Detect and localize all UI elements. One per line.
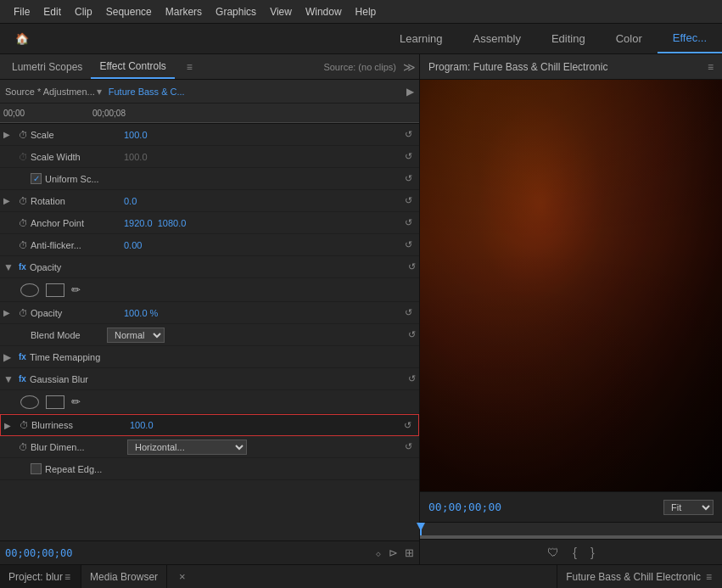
program-menu-icon[interactable]: ≡ [708,61,714,73]
menu-sequence[interactable]: Sequence [99,6,159,18]
rectangle-tool[interactable] [46,283,64,297]
clip-name[interactable]: Future Bass & C... [109,87,185,97]
rotation-expand[interactable]: ▶ [3,196,15,205]
anchor-reset[interactable]: ↺ [400,217,416,228]
scale-width-stopwatch[interactable]: ⏱ [15,152,31,162]
rotation-row: ▶ ⏱ Rotation 0.0 ↺ [0,190,419,212]
fit-select[interactable]: Fit 25% 50% 75% 100% [663,500,714,515]
tab-assembly[interactable]: Assembly [458,24,536,53]
shield-icon[interactable]: 🛡 [547,546,559,559]
blurriness-stopwatch[interactable]: ⏱ [16,420,31,430]
filter-icon[interactable]: ⬦ [375,546,382,559]
trim-out-icon[interactable]: } [590,546,595,559]
source-dropdown-icon[interactable]: ▾ [97,86,102,98]
panel-menu-icon[interactable]: ≡ [178,54,201,79]
tab-effects[interactable]: Effec... [658,24,722,53]
gaussian-ellipse-tool[interactable] [20,395,39,409]
tab-color[interactable]: Color [601,24,658,53]
blurriness-reset[interactable]: ↺ [400,420,415,431]
repeat-edge-expand[interactable]: ▶ [3,464,15,473]
close-panel-icon[interactable]: × [174,570,191,583]
anchor-value1[interactable]: 1920.0 [124,218,153,228]
trim-in-icon[interactable]: { [573,546,577,559]
home-button[interactable]: 🏠 [0,24,44,53]
blur-dimen-row: ▶ ⏱ Blur Dimen... Horizontal... Vertical… [0,436,419,458]
opacity-expand[interactable]: ▼ [3,261,15,273]
rotation-reset[interactable]: ↺ [400,195,416,206]
blurriness-row: ▶ ⏱ Blurriness 100.0 ↺ [0,414,419,436]
blur-dimen-stopwatch[interactable]: ⏱ [15,442,31,452]
scale-width-value[interactable]: 100.0 [124,152,148,162]
timeline-bar [420,535,722,539]
rotation-stopwatch[interactable]: ⏱ [15,196,31,206]
project-menu-icon[interactable]: ≡ [64,571,70,583]
time-start: 00;00 [3,109,25,118]
opacity-section-reset[interactable]: ↺ [408,261,416,272]
menu-markers[interactable]: Markers [159,6,209,18]
rotation-value[interactable]: 0.0 [124,196,137,206]
scale-expand[interactable]: ▶ [3,130,15,139]
menu-view[interactable]: View [263,6,299,18]
uniform-scale-checkbox[interactable] [31,173,42,184]
play-button[interactable]: ▶ [406,86,414,98]
media-browser-tab[interactable]: Media Browser [81,565,167,588]
blur-dimen-expand[interactable]: ▶ [3,442,15,451]
blur-dimen-label: Blur Dimen... [31,442,124,452]
program-timeline[interactable] [420,522,722,539]
anti-flicker-value[interactable]: 0.00 [124,240,142,250]
anchor-value2[interactable]: 1080.0 [158,218,187,228]
uniform-scale-reset[interactable]: ↺ [400,173,416,184]
blurriness-expand[interactable]: ▶ [4,421,16,430]
blur-dimen-select[interactable]: Horizontal... Vertical Horizontal and Ve… [127,440,247,455]
menu-clip[interactable]: Clip [68,6,99,18]
opacity-value-row: ▶ ⏱ Opacity 100.0 % ↺ [0,302,419,324]
main-content: Lumetri Scopes Effect Controls ≡ Source:… [0,54,722,564]
opacity-val-expand[interactable]: ▶ [3,308,15,317]
blurriness-value[interactable]: 100.0 [130,420,154,430]
gaussian-blur-reset[interactable]: ↺ [408,373,416,384]
menu-help[interactable]: Help [349,6,383,18]
ellipse-tool[interactable] [20,283,39,297]
opacity-reset[interactable]: ↺ [400,307,416,318]
gaussian-pen-tool[interactable]: ✏ [71,395,81,408]
sequence-menu-icon[interactable]: ≡ [706,571,712,583]
tab-learning[interactable]: Learning [384,24,458,53]
time-remapping-expand[interactable]: ▶ [3,351,15,363]
scale-stopwatch[interactable]: ⏱ [15,130,31,140]
opacity-value[interactable]: 100.0 % [124,308,158,318]
step-icon[interactable]: ⊳ [389,546,398,559]
fx-badge-time: fx [19,352,26,361]
blur-dimen-reset[interactable]: ↺ [400,441,416,452]
expand-icon[interactable]: ⊞ [405,546,414,559]
opacity-stopwatch[interactable]: ⏱ [15,308,31,318]
anti-flicker-expand[interactable]: ▶ [3,240,15,249]
scale-property-row: ▶ ⏱ Scale 100.0 ↺ [0,124,419,146]
timeline-mini[interactable]: 00;00 00;00;08 [0,104,419,124]
scale-width-reset[interactable]: ↺ [400,151,416,162]
pen-tool[interactable]: ✏ [71,283,81,296]
gaussian-blur-expand[interactable]: ▼ [3,373,15,385]
panel-expand-icon[interactable]: ≫ [403,60,416,74]
menu-file[interactable]: File [7,6,36,18]
blend-mode-reset[interactable]: ↺ [408,329,416,340]
gaussian-rect-tool[interactable] [46,395,64,409]
anchor-expand[interactable]: ▶ [3,218,15,227]
repeat-edge-checkbox[interactable] [31,463,42,474]
scale-reset[interactable]: ↺ [400,129,416,140]
scale-value[interactable]: 100.0 [124,130,148,140]
tab-effect-controls[interactable]: Effect Controls [91,54,174,79]
tab-editing[interactable]: Editing [536,24,601,53]
tab-lumetri-scopes[interactable]: Lumetri Scopes [3,54,91,79]
anti-flicker-stopwatch[interactable]: ⏱ [15,240,31,250]
menu-window[interactable]: Window [299,6,349,18]
opacity-fx-header: ▼ fx Opacity ↺ [0,256,419,278]
project-tab[interactable]: Project: blur ≡ [0,565,81,588]
menu-edit[interactable]: Edit [36,6,68,18]
time-remapping-label: Time Remapping [30,352,100,362]
repeat-edge-stopwatch[interactable]: ⏱ [15,464,31,474]
sequence-tab[interactable]: Future Bass & Chill Electronic ≡ [557,565,722,588]
anchor-stopwatch[interactable]: ⏱ [15,218,31,228]
blend-mode-select[interactable]: Normal Multiply Screen [107,328,165,343]
anti-flicker-reset[interactable]: ↺ [400,239,416,250]
menu-graphics[interactable]: Graphics [209,6,263,18]
